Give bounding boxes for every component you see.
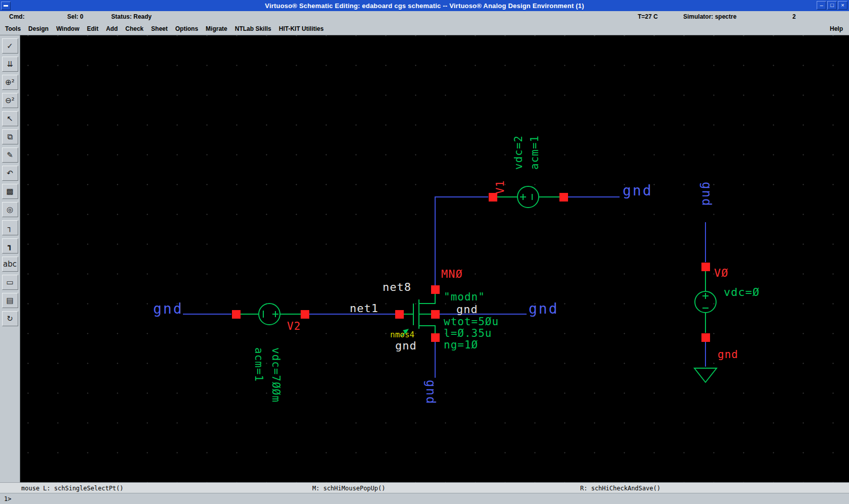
mn0-param-ng[interactable]: ng=1Ø — [444, 340, 478, 350]
titlebar: Virtuoso® Schematic Editing: edaboard cg… — [0, 0, 849, 12]
v2-plus-sign — [272, 311, 278, 317]
status-text: Status: Ready — [111, 13, 152, 20]
net-label-gnd-v0-top[interactable]: gnd — [700, 182, 713, 207]
wire-wide-icon: ┓ — [8, 241, 12, 250]
pin-button[interactable]: ▭ — [2, 275, 18, 290]
menu-ntlab-skills[interactable]: NTLab Skills — [235, 25, 271, 32]
wire-name-button[interactable]: abc — [2, 257, 18, 272]
v1-param-acm[interactable]: acm=1 — [530, 135, 540, 170]
session-number: 2 — [792, 13, 796, 20]
simulator-name: Simulator: spectre — [683, 13, 736, 20]
delete-button[interactable]: ✎ — [2, 147, 18, 163]
menu-help[interactable]: Help — [830, 25, 849, 32]
instance-name-v0[interactable]: VØ — [714, 268, 729, 279]
command-prompt-bar[interactable]: 1> — [0, 493, 849, 504]
menu-sheet[interactable]: Sheet — [151, 25, 168, 32]
instance-name-v2[interactable]: V2 — [287, 321, 301, 332]
minimize-button[interactable]: – — [817, 1, 826, 10]
v1-source-symbol[interactable] — [497, 186, 559, 208]
copy-button[interactable]: ⧉ — [2, 129, 18, 144]
save-button[interactable]: ⇊ — [2, 57, 18, 72]
mn0-param-model[interactable]: "modn" — [444, 292, 485, 303]
v2-param-vdc[interactable]: vdc=7ØØm — [270, 347, 281, 402]
schematic-drawing — [20, 35, 849, 482]
instance-name-v1[interactable]: V1 — [495, 180, 506, 194]
stretch-icon: ↖ — [7, 114, 13, 123]
menu-check[interactable]: Check — [125, 25, 144, 32]
property-button[interactable]: ▩ — [2, 184, 18, 199]
mn0-param-wtot[interactable]: wtot=5Øu — [444, 317, 499, 327]
undo-button[interactable]: ↶ — [2, 166, 18, 181]
wire-name-icon: abc — [3, 260, 17, 269]
instance-icon: ◎ — [7, 205, 13, 214]
close-icon: × — [841, 3, 844, 8]
net-label-gnd-source[interactable]: gnd — [395, 340, 417, 351]
wire-narrow-icon: ┐ — [8, 223, 12, 232]
v0-param-vdc[interactable]: vdc=Ø — [724, 287, 760, 298]
menu-bar: Tools Design Window Edit Add Check Sheet… — [0, 22, 849, 35]
pin-mn0-bulk[interactable] — [431, 310, 440, 319]
pin-mn0-gate[interactable] — [395, 310, 404, 319]
instance-name-mn0[interactable]: MNØ — [441, 269, 463, 280]
window-title: Virtuoso® Schematic Editing: edaboard cg… — [0, 2, 849, 10]
instance-button[interactable]: ◎ — [2, 202, 18, 217]
net-label-net8[interactable]: net8 — [383, 282, 411, 293]
net-label-gnd-bulk-wire[interactable]: gnd — [529, 302, 559, 316]
mouse-left-binding: mouse L: schSingleSelectPt() — [21, 485, 123, 492]
delete-icon: ✎ — [7, 150, 13, 160]
ground-symbol[interactable] — [694, 368, 717, 382]
pin-icon: ▭ — [6, 278, 13, 287]
mn0-param-l[interactable]: l=Ø.35u — [444, 328, 492, 339]
selection-count: Sel: 0 — [67, 13, 83, 20]
mouse-middle-binding: M: schHiMousePopUp() — [312, 485, 386, 492]
zoom-in-2x-button[interactable]: ⊕² — [2, 75, 18, 90]
pin-v0-pos[interactable] — [701, 263, 710, 271]
pin-mn0-drain[interactable] — [431, 285, 440, 294]
cmd-label: Cmd: — [9, 13, 25, 20]
menu-add[interactable]: Add — [106, 25, 118, 32]
pin-v1-neg[interactable] — [559, 193, 568, 201]
repeat-icon: ↻ — [7, 314, 13, 323]
menu-migrate[interactable]: Migrate — [206, 25, 227, 32]
v2-param-acm[interactable]: acm=1 — [253, 347, 264, 382]
pin-v1-pos[interactable] — [489, 193, 497, 201]
menu-window[interactable]: Window — [56, 25, 79, 32]
check-and-save-icon: ✓ — [7, 41, 13, 51]
wire-narrow-button[interactable]: ┐ — [2, 220, 18, 235]
pin-v2-neg[interactable] — [232, 310, 241, 319]
pin-mn0-source[interactable] — [431, 333, 440, 342]
wire-wide-button[interactable]: ┓ — [2, 238, 18, 254]
close-button[interactable]: × — [838, 1, 847, 10]
maximize-button[interactable]: □ — [827, 1, 837, 10]
options-icon: ▤ — [6, 296, 13, 305]
property-icon: ▩ — [6, 187, 13, 196]
zoom-out-icon: ⊖² — [5, 96, 15, 105]
schematic-canvas[interactable]: gnd net1 V2 acm=1 vdc=7ØØm net8 MNØ "mod… — [20, 35, 849, 482]
menu-tools[interactable]: Tools — [5, 25, 21, 32]
net-label-gnd-left[interactable]: gnd — [153, 302, 183, 316]
v0-plus-sign — [702, 293, 709, 299]
stretch-button[interactable]: ↖ — [2, 111, 18, 126]
check-and-save-button[interactable]: ✓ — [2, 38, 18, 54]
temperature: T=27 C — [638, 13, 658, 20]
options-button[interactable]: ▤ — [2, 293, 18, 308]
net-label-gnd-bulk[interactable]: gnd — [456, 304, 478, 315]
v1-param-vdc[interactable]: vdc=2 — [513, 135, 524, 170]
zoom-out-2x-button[interactable]: ⊖² — [2, 93, 18, 108]
net-label-net1[interactable]: net1 — [350, 303, 379, 314]
menu-options[interactable]: Options — [175, 25, 198, 32]
pin-v2-pos[interactable] — [301, 310, 309, 319]
net-label-gnd-v1[interactable]: gnd — [623, 184, 653, 198]
mn0-cell-name[interactable]: nmos4 — [390, 331, 414, 339]
pin-v0-neg[interactable] — [701, 333, 710, 342]
repeat-button[interactable]: ↻ — [2, 311, 18, 326]
net-label-gnd-source-wire[interactable]: gnd — [424, 380, 437, 405]
menu-edit[interactable]: Edit — [87, 25, 99, 32]
window-controls: – □ × — [816, 1, 848, 10]
net-label-gnd-v0-bottom[interactable]: gnd — [718, 349, 738, 360]
mouse-right-binding: R: schHiCheckAndSave() — [580, 485, 661, 492]
v0-source-symbol[interactable] — [695, 271, 716, 333]
prompt-text: 1> — [4, 495, 11, 502]
menu-design[interactable]: Design — [28, 25, 49, 32]
menu-hit-kit-utilities[interactable]: HIT-KIT Utilities — [279, 25, 324, 32]
